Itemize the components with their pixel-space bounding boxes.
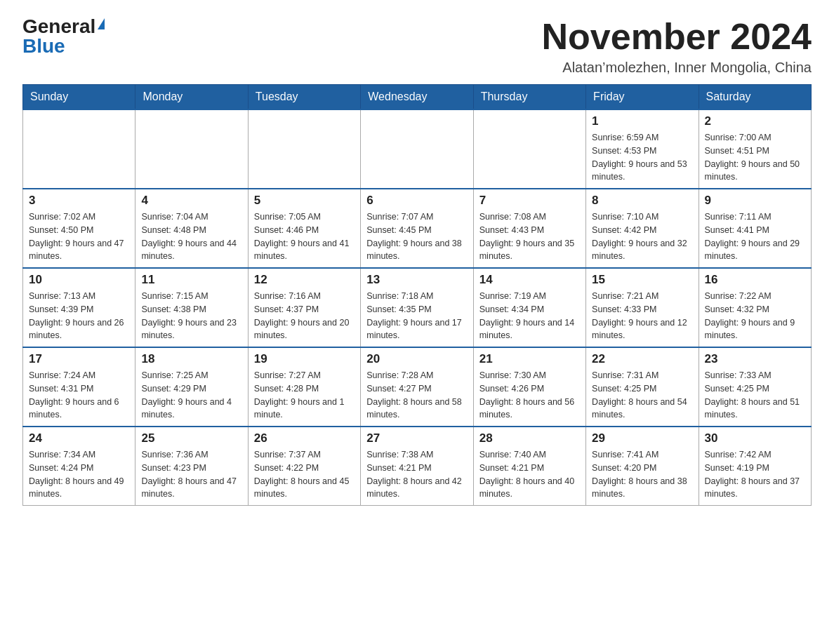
day-info: Sunrise: 7:11 AM Sunset: 4:41 PM Dayligh… bbox=[705, 210, 805, 263]
weekday-header-row: SundayMondayTuesdayWednesdayThursdayFrid… bbox=[23, 85, 812, 110]
calendar-cell: 14Sunrise: 7:19 AM Sunset: 4:34 PM Dayli… bbox=[473, 268, 585, 347]
day-info: Sunrise: 7:13 AM Sunset: 4:39 PM Dayligh… bbox=[29, 290, 129, 342]
week-row-5: 24Sunrise: 7:34 AM Sunset: 4:24 PM Dayli… bbox=[23, 427, 812, 506]
calendar-cell: 27Sunrise: 7:38 AM Sunset: 4:21 PM Dayli… bbox=[361, 427, 473, 506]
day-number: 19 bbox=[254, 352, 355, 366]
day-info: Sunrise: 7:28 AM Sunset: 4:27 PM Dayligh… bbox=[366, 369, 467, 422]
logo-general-text: General bbox=[22, 17, 95, 36]
day-info: Sunrise: 7:07 AM Sunset: 4:45 PM Dayligh… bbox=[366, 210, 467, 263]
day-info: Sunrise: 7:31 AM Sunset: 4:25 PM Dayligh… bbox=[592, 369, 692, 422]
day-info: Sunrise: 7:33 AM Sunset: 4:25 PM Dayligh… bbox=[705, 369, 805, 422]
weekday-header-friday: Friday bbox=[586, 85, 699, 110]
calendar-cell bbox=[361, 109, 473, 189]
month-title: November 2024 bbox=[542, 17, 812, 57]
day-number: 29 bbox=[592, 431, 692, 445]
calendar-cell: 12Sunrise: 7:16 AM Sunset: 4:37 PM Dayli… bbox=[248, 268, 360, 347]
day-info: Sunrise: 7:40 AM Sunset: 4:21 PM Dayligh… bbox=[479, 448, 580, 501]
calendar-cell: 2Sunrise: 7:00 AM Sunset: 4:51 PM Daylig… bbox=[699, 109, 811, 189]
logo: General Blue bbox=[22, 17, 105, 56]
day-info: Sunrise: 7:00 AM Sunset: 4:51 PM Dayligh… bbox=[705, 131, 805, 184]
calendar-cell: 15Sunrise: 7:21 AM Sunset: 4:33 PM Dayli… bbox=[586, 268, 699, 347]
day-number: 18 bbox=[141, 352, 241, 366]
calendar-cell: 1Sunrise: 6:59 AM Sunset: 4:53 PM Daylig… bbox=[586, 109, 699, 189]
day-info: Sunrise: 7:21 AM Sunset: 4:33 PM Dayligh… bbox=[592, 290, 692, 342]
calendar-cell: 11Sunrise: 7:15 AM Sunset: 4:38 PM Dayli… bbox=[135, 268, 248, 347]
day-info: Sunrise: 7:18 AM Sunset: 4:35 PM Dayligh… bbox=[366, 290, 467, 342]
calendar-cell bbox=[473, 109, 585, 189]
calendar-cell: 30Sunrise: 7:42 AM Sunset: 4:19 PM Dayli… bbox=[699, 427, 811, 506]
calendar-cell: 10Sunrise: 7:13 AM Sunset: 4:39 PM Dayli… bbox=[23, 268, 135, 347]
calendar-cell: 6Sunrise: 7:07 AM Sunset: 4:45 PM Daylig… bbox=[361, 189, 473, 268]
weekday-header-tuesday: Tuesday bbox=[248, 85, 360, 110]
day-info: Sunrise: 7:22 AM Sunset: 4:32 PM Dayligh… bbox=[705, 290, 805, 342]
day-info: Sunrise: 7:25 AM Sunset: 4:29 PM Dayligh… bbox=[141, 369, 241, 422]
day-number: 24 bbox=[29, 431, 129, 445]
day-info: Sunrise: 7:19 AM Sunset: 4:34 PM Dayligh… bbox=[479, 290, 580, 342]
calendar-cell: 17Sunrise: 7:24 AM Sunset: 4:31 PM Dayli… bbox=[23, 347, 135, 427]
calendar-cell: 19Sunrise: 7:27 AM Sunset: 4:28 PM Dayli… bbox=[248, 347, 360, 427]
day-number: 20 bbox=[366, 352, 467, 366]
calendar-cell: 5Sunrise: 7:05 AM Sunset: 4:46 PM Daylig… bbox=[248, 189, 360, 268]
day-number: 28 bbox=[479, 431, 580, 445]
day-number: 6 bbox=[366, 194, 467, 208]
day-info: Sunrise: 7:41 AM Sunset: 4:20 PM Dayligh… bbox=[592, 448, 692, 501]
day-number: 14 bbox=[479, 273, 580, 287]
day-info: Sunrise: 7:08 AM Sunset: 4:43 PM Dayligh… bbox=[479, 210, 580, 263]
day-info: Sunrise: 6:59 AM Sunset: 4:53 PM Dayligh… bbox=[592, 131, 692, 184]
calendar-cell: 21Sunrise: 7:30 AM Sunset: 4:26 PM Dayli… bbox=[473, 347, 585, 427]
day-info: Sunrise: 7:27 AM Sunset: 4:28 PM Dayligh… bbox=[254, 369, 355, 422]
day-info: Sunrise: 7:02 AM Sunset: 4:50 PM Dayligh… bbox=[29, 210, 129, 263]
day-number: 17 bbox=[29, 352, 129, 366]
day-number: 10 bbox=[29, 273, 129, 287]
calendar-cell: 13Sunrise: 7:18 AM Sunset: 4:35 PM Dayli… bbox=[361, 268, 473, 347]
calendar-cell: 8Sunrise: 7:10 AM Sunset: 4:42 PM Daylig… bbox=[586, 189, 699, 268]
day-number: 5 bbox=[254, 194, 355, 208]
day-info: Sunrise: 7:42 AM Sunset: 4:19 PM Dayligh… bbox=[705, 448, 805, 501]
calendar-cell: 9Sunrise: 7:11 AM Sunset: 4:41 PM Daylig… bbox=[699, 189, 811, 268]
day-info: Sunrise: 7:16 AM Sunset: 4:37 PM Dayligh… bbox=[254, 290, 355, 342]
calendar-cell: 18Sunrise: 7:25 AM Sunset: 4:29 PM Dayli… bbox=[135, 347, 248, 427]
day-info: Sunrise: 7:15 AM Sunset: 4:38 PM Dayligh… bbox=[141, 290, 241, 342]
calendar-cell: 26Sunrise: 7:37 AM Sunset: 4:22 PM Dayli… bbox=[248, 427, 360, 506]
day-number: 11 bbox=[141, 273, 241, 287]
day-info: Sunrise: 7:05 AM Sunset: 4:46 PM Dayligh… bbox=[254, 210, 355, 263]
day-info: Sunrise: 7:34 AM Sunset: 4:24 PM Dayligh… bbox=[29, 448, 129, 501]
calendar-cell: 25Sunrise: 7:36 AM Sunset: 4:23 PM Dayli… bbox=[135, 427, 248, 506]
week-row-2: 3Sunrise: 7:02 AM Sunset: 4:50 PM Daylig… bbox=[23, 189, 812, 268]
location-subtitle: Alatan’molezhen, Inner Mongolia, China bbox=[542, 60, 812, 76]
day-number: 15 bbox=[592, 273, 692, 287]
day-number: 26 bbox=[254, 431, 355, 445]
weekday-header-saturday: Saturday bbox=[699, 85, 811, 110]
calendar-cell: 24Sunrise: 7:34 AM Sunset: 4:24 PM Dayli… bbox=[23, 427, 135, 506]
calendar-cell: 29Sunrise: 7:41 AM Sunset: 4:20 PM Dayli… bbox=[586, 427, 699, 506]
day-number: 9 bbox=[705, 194, 805, 208]
calendar-cell: 20Sunrise: 7:28 AM Sunset: 4:27 PM Dayli… bbox=[361, 347, 473, 427]
day-number: 27 bbox=[366, 431, 467, 445]
calendar-cell bbox=[23, 109, 135, 189]
day-number: 1 bbox=[592, 114, 692, 128]
weekday-header-wednesday: Wednesday bbox=[361, 85, 473, 110]
calendar-cell: 23Sunrise: 7:33 AM Sunset: 4:25 PM Dayli… bbox=[699, 347, 811, 427]
weekday-header-sunday: Sunday bbox=[23, 85, 135, 110]
calendar-cell bbox=[248, 109, 360, 189]
day-info: Sunrise: 7:04 AM Sunset: 4:48 PM Dayligh… bbox=[141, 210, 241, 263]
header: General Blue November 2024 Alatan’molezh… bbox=[22, 17, 812, 76]
weekday-header-thursday: Thursday bbox=[473, 85, 585, 110]
calendar-cell: 16Sunrise: 7:22 AM Sunset: 4:32 PM Dayli… bbox=[699, 268, 811, 347]
day-info: Sunrise: 7:38 AM Sunset: 4:21 PM Dayligh… bbox=[366, 448, 467, 501]
calendar-cell: 7Sunrise: 7:08 AM Sunset: 4:43 PM Daylig… bbox=[473, 189, 585, 268]
day-info: Sunrise: 7:30 AM Sunset: 4:26 PM Dayligh… bbox=[479, 369, 580, 422]
week-row-3: 10Sunrise: 7:13 AM Sunset: 4:39 PM Dayli… bbox=[23, 268, 812, 347]
day-number: 21 bbox=[479, 352, 580, 366]
day-info: Sunrise: 7:10 AM Sunset: 4:42 PM Dayligh… bbox=[592, 210, 692, 263]
day-number: 7 bbox=[479, 194, 580, 208]
day-number: 12 bbox=[254, 273, 355, 287]
day-number: 22 bbox=[592, 352, 692, 366]
day-number: 2 bbox=[705, 114, 805, 128]
calendar-cell bbox=[135, 109, 248, 189]
day-info: Sunrise: 7:37 AM Sunset: 4:22 PM Dayligh… bbox=[254, 448, 355, 501]
day-number: 8 bbox=[592, 194, 692, 208]
day-number: 30 bbox=[705, 431, 805, 445]
title-area: November 2024 Alatan’molezhen, Inner Mon… bbox=[542, 17, 812, 76]
day-number: 16 bbox=[705, 273, 805, 287]
